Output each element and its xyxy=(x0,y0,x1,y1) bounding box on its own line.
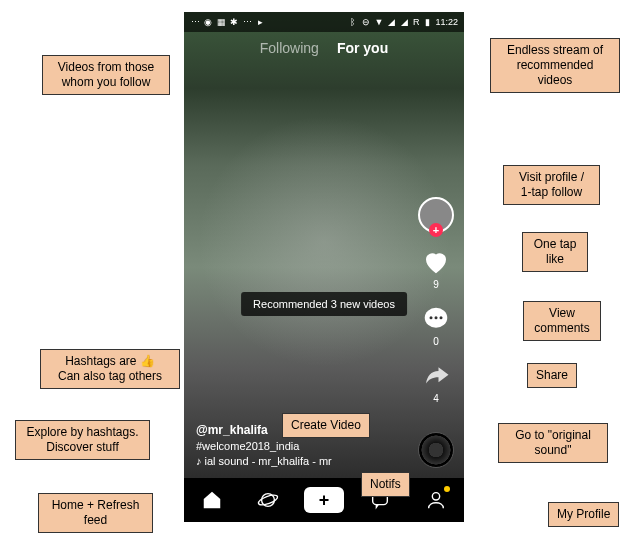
sound-disc-button[interactable] xyxy=(418,432,454,468)
signal-icon: ◢ xyxy=(387,17,397,27)
like-button[interactable]: 9 xyxy=(421,247,451,290)
planet-icon xyxy=(257,489,279,511)
comment-icon xyxy=(421,304,451,334)
share-button[interactable]: 4 xyxy=(421,361,451,404)
callout-home: Home + Refreshfeed xyxy=(38,493,153,533)
create-button: + xyxy=(304,487,344,513)
comment-count: 0 xyxy=(433,336,439,347)
bluetooth-icon: ᛒ xyxy=(348,17,358,27)
plus-icon: + xyxy=(319,490,330,511)
svg-line-11 xyxy=(455,248,522,260)
sync-icon: ✱ xyxy=(229,17,239,27)
like-count: 9 xyxy=(433,279,439,290)
callout-explore: Explore by hashtags.Discover stuff xyxy=(15,420,150,460)
svg-point-1 xyxy=(430,316,433,319)
heart-icon xyxy=(421,247,451,277)
callout-hashtags: Hashtags are 👍Can also tag others xyxy=(40,349,180,389)
callout-notifs: Notifs xyxy=(361,472,410,497)
action-rail: 9 0 4 xyxy=(418,197,454,404)
svg-point-3 xyxy=(440,316,443,319)
comment-button[interactable]: 0 xyxy=(421,304,451,347)
person-icon xyxy=(425,489,447,511)
battery-icon: ▮ xyxy=(422,17,432,27)
bottom-nav: + xyxy=(184,478,464,522)
dnd-icon: ⊖ xyxy=(361,17,371,27)
dots-icon: ⋯ xyxy=(242,17,252,27)
home-icon xyxy=(201,489,223,511)
wifi-icon: ▼ xyxy=(374,17,384,27)
nav-home[interactable] xyxy=(192,480,232,520)
more-icon: ⋯ xyxy=(190,17,200,27)
callout-foryou: Endless stream ofrecommended videos xyxy=(490,38,620,93)
svg-point-7 xyxy=(432,493,439,500)
clapper-icon: ▦ xyxy=(216,17,226,27)
callout-create: Create Video xyxy=(282,413,370,438)
sound-label[interactable]: ♪ ial sound - mr_khalifa - mr xyxy=(196,455,332,467)
callout-following: Videos from thosewhom you follow xyxy=(42,55,170,95)
notif-dot-icon xyxy=(444,486,450,492)
share-arrow-icon xyxy=(421,361,451,391)
svg-line-13 xyxy=(455,370,527,372)
feed-tabs: Following For you xyxy=(184,40,464,56)
media-icon: ▸ xyxy=(255,17,265,27)
phone-screen: ⋯ ◉ ▦ ✱ ⋯ ▸ ᛒ ⊖ ▼ ◢ ◢ R ▮ 11:22 Followin… xyxy=(184,12,464,522)
carrier-label: R xyxy=(413,17,420,27)
profile-follow-button[interactable] xyxy=(418,197,454,233)
callout-like: One taplike xyxy=(522,232,588,272)
svg-point-5 xyxy=(257,493,278,507)
avatar-icon xyxy=(418,197,454,233)
callout-profile: Visit profile /1-tap follow xyxy=(503,165,600,205)
tab-following[interactable]: Following xyxy=(260,40,319,56)
status-bar: ⋯ ◉ ▦ ✱ ⋯ ▸ ᛒ ⊖ ▼ ◢ ◢ R ▮ 11:22 xyxy=(184,12,464,32)
clock-label: 11:22 xyxy=(435,17,458,27)
share-count: 4 xyxy=(433,393,439,404)
hashtag-link[interactable]: #welcome2018_india xyxy=(196,440,332,452)
toast-message: Recommended 3 new videos xyxy=(241,292,407,316)
tab-for-you[interactable]: For you xyxy=(337,40,388,56)
signal2-icon: ◢ xyxy=(400,17,410,27)
callout-sound: Go to "originalsound" xyxy=(498,423,608,463)
callout-comments: Viewcomments xyxy=(523,301,601,341)
app-icon: ◉ xyxy=(203,17,213,27)
callout-share: Share xyxy=(527,363,577,388)
svg-point-2 xyxy=(435,316,438,319)
nav-discover[interactable] xyxy=(248,480,288,520)
nav-me[interactable] xyxy=(416,480,456,520)
callout-me: My Profile xyxy=(548,502,619,527)
nav-create[interactable]: + xyxy=(304,480,344,520)
